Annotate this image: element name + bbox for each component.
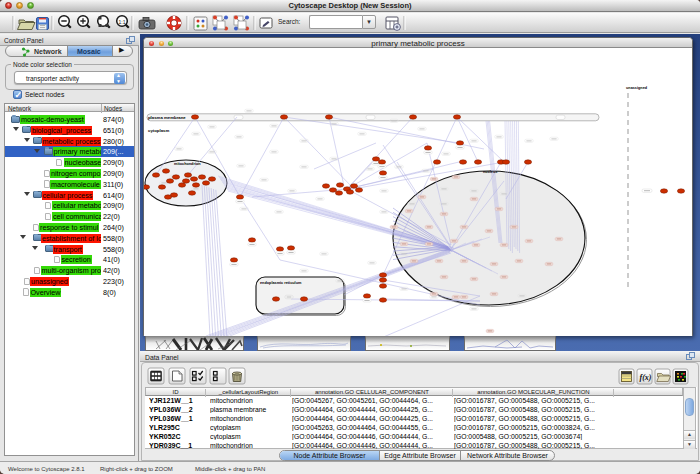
svg-text:unassigned: unassigned bbox=[626, 86, 648, 90]
svg-text:cytoplasm: cytoplasm bbox=[148, 128, 169, 133]
svg-text:plasma membrane: plasma membrane bbox=[148, 115, 186, 120]
svg-text:endoplasmic reticulum: endoplasmic reticulum bbox=[260, 281, 302, 285]
svg-text:1:1: 1:1 bbox=[119, 19, 126, 25]
svg-text:mitochondrion: mitochondrion bbox=[174, 162, 201, 166]
svg-text:f(x): f(x) bbox=[640, 373, 652, 382]
svg-text:nucleus: nucleus bbox=[483, 170, 497, 174]
